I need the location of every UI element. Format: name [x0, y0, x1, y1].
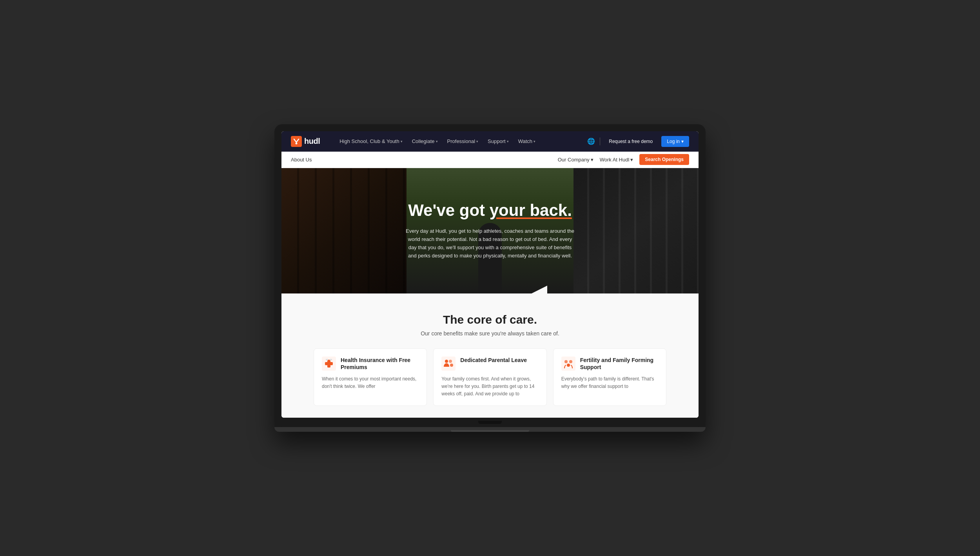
benefits-cards-grid: Health Insurance with Free Premiums When… [314, 348, 666, 406]
globe-icon[interactable]: 🌐 [587, 138, 595, 145]
login-button[interactable]: Log in ▾ [661, 136, 689, 147]
main-nav-links: High School, Club & Youth ▾ Collegiate ▾… [336, 136, 579, 147]
laptop-chin [281, 418, 699, 427]
svg-point-8 [445, 360, 448, 363]
svg-point-10 [450, 364, 453, 367]
nav-right: 🌐 Request a free demo Log in ▾ [587, 136, 689, 147]
top-nav: hudl High School, Club & Youth ▾ Collegi… [281, 131, 699, 152]
card-text: Your family comes first. And when it gro… [441, 375, 538, 398]
logo[interactable]: hudl [291, 136, 320, 147]
secondary-nav: About Us Our Company ▾ Work At Hudl ▾ Se… [281, 152, 699, 168]
chevron-icon: ▾ [534, 139, 535, 143]
laptop-base [274, 427, 706, 432]
nav-watch[interactable]: Watch ▾ [514, 136, 539, 147]
request-demo-button[interactable]: Request a free demo [605, 136, 657, 147]
chevron-icon: ▾ [591, 157, 593, 163]
svg-rect-5 [326, 359, 328, 360]
health-insurance-card: Health Insurance with Free Premiums When… [314, 348, 427, 406]
health-icon [322, 357, 336, 371]
card-header: Fertility and Family Forming Support [561, 357, 658, 371]
secondary-nav-right: Our Company ▾ Work At Hudl ▾ Search Open… [558, 154, 689, 165]
nav-collegiate[interactable]: Collegiate ▾ [408, 136, 442, 147]
hero-section: We've got your back. Every day at Hudl, … [281, 168, 699, 293]
card-header: Dedicated Parental Leave [441, 357, 538, 371]
parental-leave-card: Dedicated Parental Leave Your family com… [433, 348, 546, 406]
parental-icon [441, 357, 456, 371]
card-title: Health Insurance with Free Premiums [341, 357, 419, 371]
nav-divider [600, 138, 600, 145]
hero-overlay: We've got your back. Every day at Hudl, … [281, 168, 699, 293]
work-at-hudl-link[interactable]: Work At Hudl ▾ [600, 157, 633, 163]
section-subtitle: Our core benefits make sure you're alway… [291, 330, 689, 337]
card-text: When it comes to your most important nee… [322, 375, 419, 390]
laptop-notch [478, 421, 502, 424]
card-title: Fertility and Family Forming Support [580, 357, 658, 371]
svg-point-1 [296, 142, 298, 144]
svg-rect-7 [441, 357, 456, 371]
card-text: Everybody's path to family is different.… [561, 375, 658, 390]
section-title: The core of care. [291, 313, 689, 326]
card-header: Health Insurance with Free Premiums [322, 357, 419, 371]
chevron-icon: ▾ [436, 139, 438, 143]
chevron-icon: ▾ [681, 139, 684, 144]
nav-support[interactable]: Support ▾ [484, 136, 513, 147]
chevron-icon: ▾ [476, 139, 478, 143]
about-us-link[interactable]: About Us [291, 157, 312, 163]
chevron-icon: ▾ [401, 139, 403, 143]
nav-professional[interactable]: Professional ▾ [443, 136, 483, 147]
svg-point-9 [449, 360, 452, 363]
chevron-icon: ▾ [630, 157, 633, 163]
svg-point-12 [564, 360, 568, 363]
search-openings-button[interactable]: Search Openings [639, 154, 689, 165]
svg-point-14 [567, 364, 570, 367]
hero-title: We've got your back. [408, 201, 572, 219]
fertility-card: Fertility and Family Forming Support Eve… [553, 348, 666, 406]
nav-high-school[interactable]: High School, Club & Youth ▾ [336, 136, 407, 147]
svg-rect-6 [330, 359, 332, 360]
core-section: The core of care. Our core benefits make… [281, 293, 699, 418]
card-title: Dedicated Parental Leave [460, 357, 527, 364]
our-company-link[interactable]: Our Company ▾ [558, 157, 593, 163]
secondary-nav-left: About Us [291, 156, 550, 163]
svg-point-13 [569, 360, 572, 363]
svg-rect-4 [325, 362, 333, 365]
chevron-icon: ▾ [507, 139, 509, 143]
hero-subtitle: Every day at Hudl, you get to help athle… [404, 227, 576, 260]
fertility-icon [561, 357, 575, 371]
logo-text: hudl [304, 137, 320, 146]
